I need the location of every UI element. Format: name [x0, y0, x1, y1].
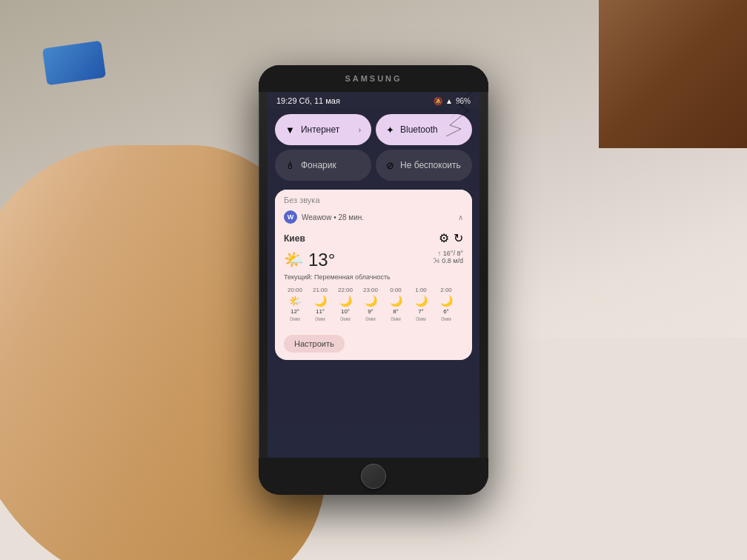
- hour-item-1: 21:00 🌙 11° 0мм: [309, 287, 331, 321]
- hour-icon-4: 🌙: [390, 295, 402, 307]
- notification-header: Без звука: [275, 190, 472, 207]
- mute-icon: 🔕: [434, 97, 442, 105]
- hour-rain-2: 0мм: [340, 316, 351, 321]
- hour-rain-3: 0мм: [365, 316, 376, 321]
- dnd-tile-icon: ⊘: [386, 160, 394, 171]
- bluetooth-tile[interactable]: ✦ Bluetooth: [376, 114, 472, 145]
- hour-temp-4: 8°: [393, 308, 399, 315]
- weather-content: Киев ⚙ ↻ 🌤️ 13° ↑ 16°/: [275, 228, 472, 329]
- hour-icon-3: 🌙: [365, 295, 377, 307]
- hour-temp-3: 9°: [368, 308, 374, 315]
- hour-temp-0: 12°: [290, 308, 299, 315]
- hour-time-4: 0:00: [390, 287, 402, 293]
- samsung-logo: SAMSUNG: [345, 74, 402, 83]
- configure-button[interactable]: Настроить: [284, 335, 345, 353]
- hour-item-3: 23:00 🌙 9° 0мм: [359, 287, 382, 321]
- app-name-label: Weawow • 28 мин.: [302, 213, 364, 221]
- weather-temp-display: 🌤️ 13°: [284, 250, 335, 270]
- weather-main-icon: 🌤️: [284, 250, 304, 270]
- hour-temp-1: 11°: [316, 308, 325, 315]
- hour-item-5: 1:00 🌙 7° 0мм: [410, 287, 432, 321]
- bluetooth-tile-icon: ✦: [386, 124, 394, 136]
- tiles-row-1: ▼ Интернет › ✦ Bluetooth: [275, 114, 472, 145]
- hour-rain-4: 0мм: [391, 316, 401, 321]
- quick-tiles-area: ▼ Интернет › ✦ Bluetooth 🕯 Фонарик: [268, 108, 479, 187]
- internet-arrow-icon: ›: [359, 126, 361, 134]
- dnd-tile[interactable]: ⊘ Не беспокоить: [376, 150, 472, 181]
- hour-time-6: 2:00: [440, 287, 452, 293]
- status-bar: 19:29 Сб, 11 мая 🔕 ▲ 96%: [268, 92, 479, 108]
- hour-icon-1: 🌙: [314, 295, 327, 307]
- dnd-tile-label: Не беспокоить: [400, 160, 461, 170]
- hour-rain-5: 0мм: [416, 316, 426, 321]
- bluetooth-tile-label: Bluetooth: [400, 124, 438, 135]
- hour-temp-6: 6°: [443, 308, 449, 315]
- notification-panel: 19:29 Сб, 11 мая 🔕 ▲ 96% ▼ Интернет ›: [268, 92, 479, 458]
- expand-icon[interactable]: ∧: [458, 213, 463, 221]
- hour-item-6: 2:00 🌙 6° 0мм: [435, 287, 457, 321]
- hour-time-0: 20:00: [288, 287, 302, 293]
- app-icon: W: [284, 210, 297, 224]
- silent-label: Без звука: [284, 196, 320, 204]
- hour-time-3: 23:00: [363, 287, 378, 293]
- hour-icon-0: 🌤️: [289, 295, 302, 307]
- internet-tile[interactable]: ▼ Интернет ›: [275, 114, 371, 145]
- flashlight-tile-label: Фонарик: [301, 160, 336, 170]
- tiles-row-2: 🕯 Фонарик ⊘ Не беспокоить: [275, 150, 472, 181]
- weather-condition: Текущий: Переменная облачность: [284, 273, 463, 281]
- weather-right-info: ↑ 16°/ 8° 🌬 0.8 м/d: [434, 250, 463, 264]
- hour-item-4: 0:00 🌙 8° 0мм: [385, 287, 407, 321]
- hour-temp-5: 7°: [418, 308, 424, 315]
- battery-level: 96%: [456, 97, 471, 105]
- hour-item-2: 22:00 🌙 10° 0мм: [334, 287, 356, 321]
- samsung-logo-bar: SAMSUNG: [259, 65, 488, 92]
- weather-city-row: Киев ⚙ ↻: [284, 231, 463, 245]
- hour-icon-5: 🌙: [415, 295, 428, 307]
- phone-bottom-bar: [259, 458, 488, 495]
- weather-notification-card[interactable]: Без звука W Weawow • 28 мин. ∧: [275, 190, 472, 360]
- hour-time-5: 1:00: [415, 287, 427, 293]
- weather-wind: 🌬 0.8 м/d: [434, 257, 463, 264]
- phone-screen: 19:29 Сб, 11 мая 🔕 ▲ 96% ▼ Интернет ›: [268, 92, 479, 458]
- hour-time-2: 22:00: [338, 287, 353, 293]
- app-info: W Weawow • 28 мин.: [284, 210, 364, 224]
- hour-temp-2: 10°: [341, 308, 350, 315]
- flashlight-tile-icon: 🕯: [285, 160, 295, 171]
- hour-time-1: 21:00: [313, 287, 328, 293]
- refresh-icon[interactable]: ↻: [454, 231, 463, 245]
- hour-rain-6: 0мм: [441, 316, 451, 321]
- phone-device: SAMSUNG 19:29 Сб, 11 мая 🔕 ▲ 96%: [259, 65, 488, 495]
- notification-app-row: W Weawow • 28 мин. ∧: [275, 207, 472, 228]
- home-button[interactable]: [361, 464, 386, 489]
- wood-surface: [599, 0, 747, 148]
- weather-city: Киев: [284, 233, 305, 244]
- hour-rain-0: 0мм: [290, 316, 300, 321]
- weather-high-low: ↑ 16°/ 8°: [434, 250, 463, 257]
- weather-main-row: 🌤️ 13° ↑ 16°/ 8° 🌬 0.8 м/d: [284, 250, 463, 270]
- settings-icon[interactable]: ⚙: [439, 231, 449, 245]
- hourly-forecast: 20:00 🌤️ 12° 0мм 21:00 🌙 11° 0мм 22:00 🌙…: [284, 287, 463, 321]
- wifi-icon: ▲: [445, 97, 453, 105]
- internet-tile-label: Интернет: [301, 124, 339, 135]
- hour-item-0: 20:00 🌤️ 12° 0мм: [284, 287, 306, 321]
- status-time: 19:29 Сб, 11 мая: [276, 96, 340, 105]
- flashlight-tile[interactable]: 🕯 Фонарик: [275, 150, 371, 181]
- wifi-tile-icon: ▼: [285, 124, 295, 136]
- hour-icon-2: 🌙: [339, 295, 352, 307]
- status-icons: 🔕 ▲ 96%: [434, 97, 471, 105]
- weather-city-icons: ⚙ ↻: [439, 231, 463, 245]
- hour-rain-1: 0мм: [315, 316, 325, 321]
- weather-temperature: 13°: [308, 250, 335, 270]
- hour-icon-6: 🌙: [440, 295, 453, 307]
